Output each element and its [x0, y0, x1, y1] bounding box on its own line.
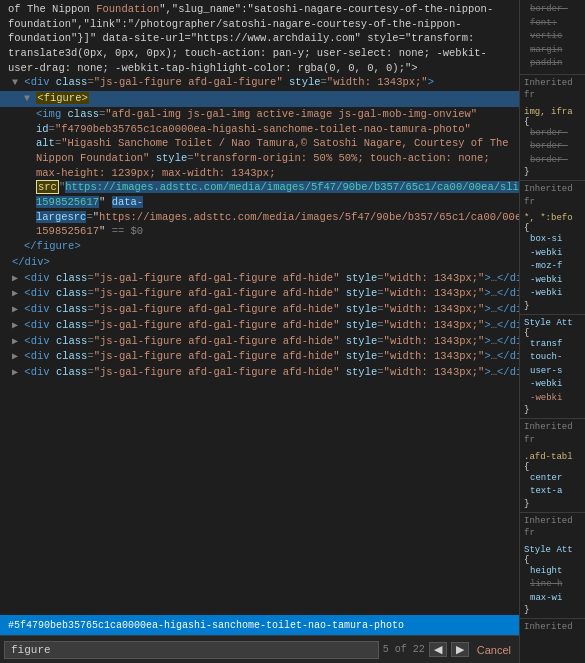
style-boxsi: box-si — [524, 233, 581, 247]
inherited-label-2: Inherited fr — [520, 181, 585, 210]
style-margin: margin — [524, 44, 581, 58]
inherited-label-3: Inherited fr — [520, 419, 585, 448]
style-webkit5: -webki — [524, 392, 581, 406]
next-button[interactable]: ▶ — [451, 642, 469, 657]
attr-id-val: "f4790beb35765c1ca0000ea-higashi-sanchom… — [55, 123, 471, 135]
brace-close-3: } — [524, 405, 581, 415]
dom-line-collapsed-5[interactable]: ▶ <div class="js-gal-figure afd-gal-figu… — [0, 334, 519, 350]
styles-panel: border- font: vertic margin paddin Inher… — [520, 0, 585, 663]
style-webkit1: -webki — [524, 247, 581, 261]
attr-class-img: class — [68, 108, 100, 120]
dom-line-figure[interactable]: ▼ <figure> — [0, 91, 519, 107]
search-input[interactable] — [4, 641, 379, 659]
search-count: 5 of 22 — [383, 644, 425, 655]
data-largesrc-val: https://images.adsttc.com/media/images/5… — [36, 211, 519, 238]
style-transf: transf — [524, 338, 581, 352]
brace-open-4: { — [524, 462, 581, 472]
div-close-tag: </div> — [12, 256, 50, 268]
foundation-span: Foundation — [96, 3, 159, 15]
arrow-icon-fig: ▼ — [24, 93, 30, 104]
selector-img: img, ifra — [524, 107, 581, 117]
main-area: of The Nippon Foundation","slug_name":"s… — [0, 0, 585, 663]
style-texta: text-a — [524, 485, 581, 499]
attr-alt: alt — [36, 137, 55, 149]
selector-star: *, *:befo — [524, 213, 581, 223]
style-mozf: -moz-f — [524, 260, 581, 274]
dom-line-collapsed-2[interactable]: ▶ <div class="js-gal-figure afd-gal-figu… — [0, 286, 519, 302]
style-touch: touch- — [524, 351, 581, 365]
style-maxwi: max-wi — [524, 592, 581, 606]
brace-open-5: { — [524, 555, 581, 565]
img-tag: <img — [36, 108, 61, 120]
prev-button[interactable]: ◀ — [429, 642, 447, 657]
dom-line-1: of The Nippon Foundation","slug_name":"s… — [0, 2, 519, 75]
style-webkit2: -webki — [524, 274, 581, 288]
brace-open-3: { — [524, 328, 581, 338]
styles-top-block: border- font: vertic margin paddin — [520, 0, 585, 75]
style-border-2: border- — [524, 127, 581, 141]
attr-style-val-1: "width: 1343px;" — [327, 76, 428, 88]
style-webkit3: -webki — [524, 287, 581, 301]
bottom-bar: #5f4790beb35765c1ca0000ea-higashi-sancho… — [0, 615, 519, 635]
style-border-3: border- — [524, 140, 581, 154]
style-border: border- — [524, 3, 581, 17]
brace-close-1: } — [524, 167, 581, 177]
attr-value-1: "js-gal-figure afd-gal-figure" — [94, 76, 283, 88]
attr-style-img: style — [156, 152, 188, 164]
dom-line-collapsed-3[interactable]: ▶ <div class="js-gal-figure afd-gal-figu… — [0, 302, 519, 318]
style-webkit4: -webki — [524, 378, 581, 392]
src-attr-highlight: src — [36, 180, 59, 194]
brace-close-2: } — [524, 301, 581, 311]
style-paddin: paddin — [524, 57, 581, 71]
dom-panel: of The Nippon Foundation","slug_name":"s… — [0, 0, 520, 663]
dom-line-collapsed-6[interactable]: ▶ <div class="js-gal-figure afd-gal-figu… — [0, 349, 519, 365]
style-lineh: line-h — [524, 578, 581, 592]
styles-afd-block: .afd-tabl { center text-a } — [520, 449, 585, 513]
selector-style-att: Style Att — [524, 318, 581, 328]
brace-open-1: { — [524, 117, 581, 127]
dom-line-div1[interactable]: ▼ <div class="js-gal-figure afd-gal-figu… — [0, 75, 519, 91]
style-center: center — [524, 472, 581, 486]
attr-class-img-val: "afd-gal-img js-gal-img active-image js-… — [105, 108, 477, 120]
figure-close-tag: </figure> — [24, 240, 81, 252]
dom-line-figure-close: </figure> — [0, 239, 519, 255]
brace-open-2: { — [524, 223, 581, 233]
styles-attr-block: Style Att { transf touch- user-s -webki … — [520, 315, 585, 420]
dom-line-collapsed-4[interactable]: ▶ <div class="js-gal-figure afd-gal-figu… — [0, 318, 519, 334]
dom-line-collapsed-1[interactable]: ▶ <div class="js-gal-figure afd-gal-figu… — [0, 271, 519, 287]
figure-tag: <figure> — [36, 92, 88, 104]
attr-style-1: style — [289, 76, 321, 88]
inherited-label-1: Inherited fr — [520, 75, 585, 104]
style-height: height — [524, 565, 581, 579]
eq-sign: == $0 — [112, 225, 144, 237]
attr-id: id — [36, 123, 49, 135]
search-bar: 5 of 22 ◀ ▶ Cancel — [0, 635, 519, 663]
selector-afd: .afd-tabl — [524, 452, 581, 462]
style-font: font: — [524, 17, 581, 31]
inherited-label-5: Inherited — [520, 619, 585, 636]
brace-close-4: } — [524, 499, 581, 509]
styles-attr-block-2: Style Att { height line-h max-wi } — [520, 542, 585, 620]
style-border-4: border- — [524, 154, 581, 168]
arrow-icon-1: ▼ — [12, 77, 18, 88]
inherited-label-4: Inherited fr — [520, 513, 585, 542]
style-vertic: vertic — [524, 30, 581, 44]
src-url: https://images.adsttc.com/media/images/5… — [36, 181, 519, 208]
dom-line-collapsed-7[interactable]: ▶ <div class="js-gal-figure afd-gal-figu… — [0, 365, 519, 381]
dom-content: of The Nippon Foundation","slug_name":"s… — [0, 0, 519, 615]
attr-class-1: class — [56, 76, 88, 88]
dom-line-img[interactable]: <img class="afd-gal-img js-gal-img activ… — [0, 107, 519, 239]
status-path: #5f4790beb35765c1ca0000ea-higashi-sancho… — [8, 620, 404, 631]
style-users: user-s — [524, 365, 581, 379]
styles-star-block: *, *:befo { box-si -webki -moz-f -webki … — [520, 210, 585, 315]
tag-div-1: <div — [24, 76, 49, 88]
selector-style-att-2: Style Att — [524, 545, 581, 555]
styles-img-block: img, ifra { border- border- border- } — [520, 104, 585, 182]
brace-close-5: } — [524, 605, 581, 615]
dom-line-div-close: </div> — [0, 255, 519, 271]
cancel-button[interactable]: Cancel — [473, 643, 515, 657]
